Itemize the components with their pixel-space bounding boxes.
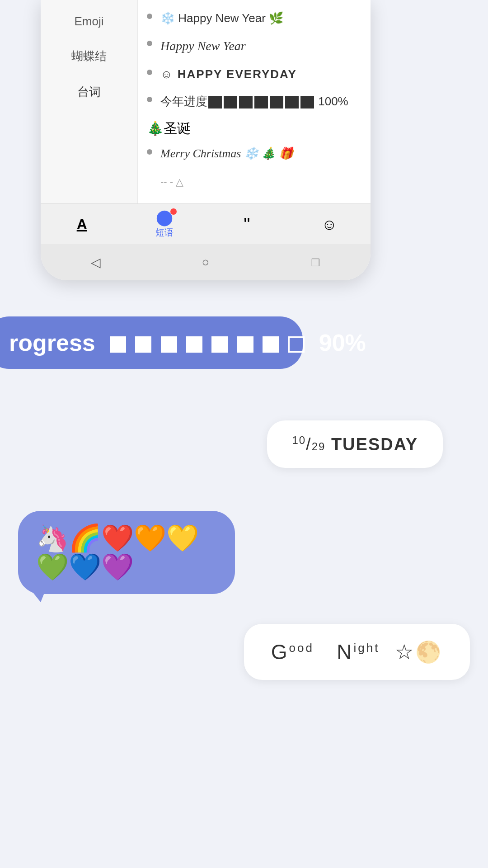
list-item[interactable]: ❄️ Happy New Year 🌿 [147, 5, 361, 32]
emoji-text: 🦄🌈❤️🧡💛💚💙💜 [36, 523, 199, 581]
system-nav: ◁ ○ □ [41, 244, 371, 280]
list-item[interactable]: Merry Christmas ❄️ 🎄 🎁 [147, 140, 361, 167]
sidebar-item-bowtie[interactable]: 蝴蝶结 [41, 38, 137, 74]
nav-item-quote[interactable]: " [206, 204, 288, 244]
emoji-bubble: 🦄🌈❤️🧡💛💚💙💜 [18, 511, 235, 594]
christmas-section-header: 🎄圣诞 [147, 115, 361, 140]
smiley-icon: ☺ [321, 217, 337, 232]
sidebar-item-lines[interactable]: 台词 [41, 74, 137, 110]
home-button[interactable]: ○ [194, 251, 217, 274]
text-format-icon: A [77, 217, 87, 231]
phrases-label: 短语 [155, 226, 174, 239]
progress-bubble: rogress 90% [0, 316, 303, 369]
list-item[interactable]: Happy New Year [147, 32, 361, 60]
block-filled [211, 336, 228, 353]
item-text: Merry Christmas ❄️ 🎄 🎁 [160, 146, 293, 162]
list-item[interactable]: 今年进度 100% [147, 88, 361, 115]
goodnight-bubble: Good Night ☆🌕 [244, 624, 470, 680]
content-area: ❄️ Happy New Year 🌿 Happy New Year ☺ HAP… [138, 0, 371, 203]
item-text: 今年进度 100% [160, 93, 348, 109]
bullet-icon [147, 97, 152, 102]
block-filled [186, 336, 202, 353]
block-empty [288, 336, 305, 353]
nav-item-phrases[interactable]: ⬤ 短语 [123, 204, 206, 244]
date-bubble: 10/29 TUESDAY [267, 420, 443, 468]
block-filled [237, 336, 253, 353]
content-list: ❄️ Happy New Year 🌿 Happy New Year ☺ HAP… [147, 5, 361, 115]
nav-item-emoji[interactable]: ☺ [288, 204, 371, 244]
nav-item-text[interactable]: A [41, 204, 123, 244]
block-filled [135, 336, 151, 353]
sidebar-item-emoji[interactable]: Emoji [41, 5, 137, 38]
goodnight-text: Good Night ☆🌕 [271, 640, 443, 664]
quote-icon: " [244, 215, 250, 233]
phone-mockup: Emoji 蝴蝶结 台词 ❄️ Happy New Year 🌿 Happy N… [41, 0, 371, 280]
item-text: -- - △ [147, 173, 183, 192]
recents-button[interactable]: □ [304, 251, 327, 274]
date-text: 10/29 TUESDAY [292, 435, 418, 454]
back-button[interactable]: ◁ [84, 251, 107, 274]
item-text: ❄️ Happy New Year 🌿 [160, 10, 283, 26]
item-text: Happy New Year [160, 37, 246, 55]
bottom-nav: A ⬤ 短语 " ☺ [41, 203, 371, 244]
bullet-icon [147, 14, 152, 19]
bullet-icon [147, 41, 152, 46]
list-item: -- - △ [147, 168, 361, 197]
progress-text: rogress 90% [9, 330, 366, 356]
block-filled [161, 336, 177, 353]
phrases-icon: ⬤ [156, 209, 173, 225]
list-item[interactable]: ☺ HAPPY EVERYDAY [147, 61, 361, 88]
bullet-icon [147, 70, 152, 75]
block-filled [110, 336, 126, 353]
block-filled [263, 336, 279, 353]
sidebar: Emoji 蝴蝶结 台词 [41, 0, 138, 203]
bullet-icon [147, 149, 152, 155]
item-text: ☺ HAPPY EVERYDAY [160, 66, 297, 82]
christmas-list: Merry Christmas ❄️ 🎄 🎁 -- - △ [147, 140, 361, 197]
